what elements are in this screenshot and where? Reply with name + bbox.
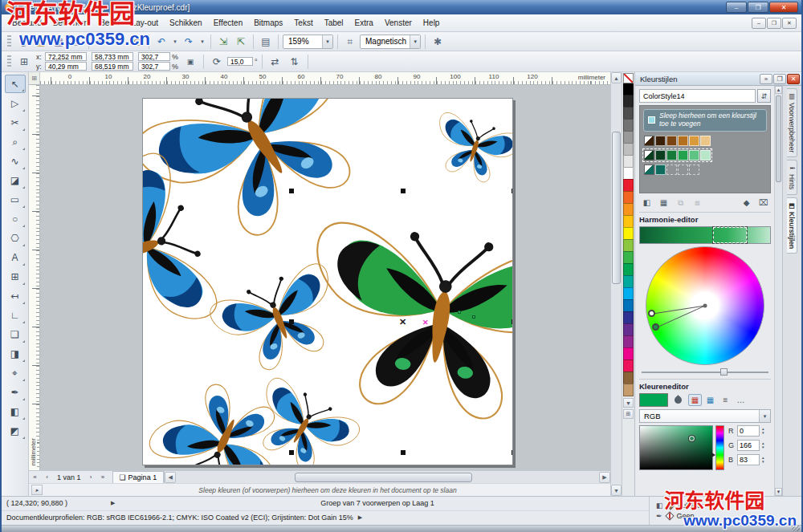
y-position-field[interactable]: 40,29 mm [45,62,87,71]
palette-flyout-more-icon[interactable]: ⊞ [623,409,634,419]
current-color-swatch[interactable] [639,393,668,407]
eyedropper-icon[interactable] [673,395,683,405]
export-icon[interactable]: ⇱ [233,34,249,50]
outline-status-row[interactable]: ✒ Geen [656,512,795,520]
unlink-harmony-icon[interactable]: ⧈ [690,196,705,209]
mirror-horizontal-icon[interactable]: ⇄ [267,53,284,71]
palette-flyout-icon[interactable]: ▸ [31,485,43,495]
open-icon[interactable]: ▨ [33,34,49,50]
snap-setup-icon[interactable]: ⌗ [342,34,358,50]
vertical-scrollbar[interactable]: ▲ ▼ [610,72,622,496]
color-style-swatch[interactable] [678,150,688,160]
mirror-vertical-icon[interactable]: ⇅ [286,53,304,71]
no-color-swatch[interactable] [623,73,634,83]
toolbar-grip[interactable] [7,55,11,68]
transparency-tool[interactable]: ◨ [5,344,26,363]
harmony-group[interactable] [643,164,700,176]
docker-close-icon[interactable]: ✕ [787,74,800,84]
palette-swatch[interactable] [623,191,634,204]
harmony-gradient-bar[interactable] [639,226,771,244]
scroll-right-icon[interactable]: ▶ [599,472,610,483]
menu-bitmaps[interactable]: Bitmaps [248,16,288,30]
menu-venster[interactable]: Venster [379,16,418,30]
options-icon[interactable]: ✱ [430,34,446,50]
stepper-icon[interactable]: ▴▾ [762,441,764,449]
horizontal-ruler[interactable]: millimeter 0102030405060708090100110120 [40,72,610,84]
docker-scroll-track[interactable] [775,94,782,488]
palette-swatch[interactable] [623,287,634,300]
object-height-field[interactable]: 68,519 mm [92,62,133,71]
interactive-fill-tool[interactable]: ◩ [5,421,26,440]
scroll-down-icon[interactable]: ▼ [775,488,782,496]
palette-swatch[interactable] [623,299,634,312]
palette-swatch[interactable] [623,95,634,108]
color-model-select[interactable]: RGB ▾ [639,409,771,423]
horizontal-scroll-track[interactable] [176,472,599,483]
horizontal-scrollbar[interactable]: ◀ ▶ [164,471,610,484]
butterfly-blue[interactable] [426,111,513,190]
docker-collapse-icon[interactable]: » [760,74,772,84]
link-harmony-icon[interactable]: ⧉ [673,196,688,209]
scale-y-field[interactable]: 302,7 [138,62,170,71]
resize-grip[interactable] [792,526,800,531]
menu-bewerken[interactable]: Bewerken [47,16,94,30]
convert-style-icon[interactable]: ◆ [739,196,754,209]
palette-swatch[interactable] [623,263,634,276]
channel-input[interactable]: 0 [737,425,760,437]
butterfly-blue[interactable] [145,368,305,465]
color-style-swatch[interactable] [666,136,677,146]
scroll-up-icon[interactable]: ▲ [611,72,622,83]
copy-icon[interactable]: ⧉ [111,34,127,50]
scroll-down-icon[interactable]: ▼ [611,485,622,496]
zoom-level-combo[interactable]: 159% ▾ [283,35,333,49]
palette-swatch[interactable] [623,155,634,168]
style-name-input[interactable]: ColorStyle14 [639,89,756,103]
maximize-button[interactable]: ❐ [748,2,768,13]
polygon-tool[interactable]: ⎔ [5,229,26,247]
color-wheel[interactable] [646,246,764,365]
menu-beeld[interactable]: Beeld [94,16,126,30]
undo-icon[interactable]: ↶ [153,34,169,50]
scroll-left-icon[interactable]: ◀ [165,472,176,483]
drawing-page[interactable]: ✕ ✕ [142,98,513,465]
chevron-down-icon[interactable]: ▾ [322,35,332,48]
color-viewer-icon[interactable]: ▦ [688,394,702,406]
color-style-swatch[interactable] [655,150,666,160]
docker-float-icon[interactable]: ❐ [773,74,786,84]
docker-scroll-thumb[interactable] [776,95,781,182]
more-options-icon[interactable]: … [734,394,748,406]
harmony-handle[interactable] [652,323,659,331]
object-width-field[interactable]: 58,733 mm [92,52,133,61]
doc-close-button[interactable]: ✕ [782,18,797,29]
pick-tool[interactable]: ↖ [5,75,26,93]
smart-fill-tool[interactable]: ◪ [5,171,26,189]
butterfly-green[interactable] [297,219,513,429]
harmony-group[interactable] [643,135,711,147]
harmony-selected-segment[interactable] [713,227,747,243]
channel-input[interactable]: 83 [737,454,760,465]
butterfly-blue[interactable] [143,148,222,350]
color-mixer-icon[interactable]: ▦ [703,394,717,406]
palette-swatch[interactable] [623,131,634,144]
hue-bar[interactable] [715,425,724,470]
status-expand-icon[interactable]: ▶ [358,514,362,521]
next-page-button[interactable]: › [85,472,97,483]
shape-tool[interactable]: ▷ [5,94,26,112]
style-sort-icon[interactable]: ⇵ [757,89,771,103]
stepper-icon[interactable]: ▴▾ [762,427,764,435]
palette-swatch[interactable] [623,347,634,360]
chevron-down-icon[interactable]: ▾ [410,35,420,48]
new-color-style-icon[interactable]: ◧ [639,196,654,209]
palette-swatch[interactable] [623,275,634,288]
docker-tab-hints[interactable]: ℹHints [787,160,797,194]
menu-help[interactable]: Help [418,16,446,30]
color-style-swatch[interactable] [689,150,699,160]
menu-effecten[interactable]: Effecten [208,16,249,30]
palette-swatch[interactable] [623,215,634,228]
picker-indicator[interactable] [689,436,695,441]
palette-swatch[interactable] [623,167,634,180]
color-styles-area[interactable]: Sleep hierheen om een kleurstijl toe te … [639,105,771,193]
zoom-tool[interactable]: ⌕ [5,132,26,151]
harmony-handle[interactable] [648,310,655,317]
redo-dropdown-icon[interactable]: ▾ [198,34,206,50]
